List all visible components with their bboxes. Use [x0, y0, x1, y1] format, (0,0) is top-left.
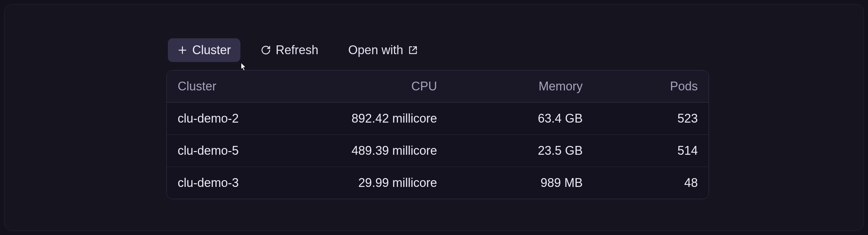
cell-memory: 63.4 GB [448, 103, 593, 135]
refresh-button[interactable]: Refresh [251, 38, 328, 62]
table-row[interactable]: clu-demo-5 489.39 millicore 23.5 GB 514 [167, 135, 709, 167]
cell-cpu: 489.39 millicore [302, 135, 448, 167]
plus-icon [177, 45, 188, 55]
cell-pods: 514 [593, 135, 709, 167]
cell-cluster: clu-demo-2 [167, 103, 302, 135]
table-header-row: Cluster CPU Memory Pods [167, 70, 709, 103]
cell-memory: 23.5 GB [448, 135, 593, 167]
header-cpu[interactable]: CPU [302, 70, 448, 103]
toolbar: Cluster Refresh Open with [166, 38, 709, 62]
cell-cluster: clu-demo-3 [167, 167, 302, 199]
header-memory[interactable]: Memory [448, 70, 593, 103]
cell-cluster: clu-demo-5 [167, 135, 302, 167]
open-with-button[interactable]: Open with [339, 38, 428, 62]
main-content: Cluster Refresh Open with [166, 38, 709, 199]
cell-pods: 48 [593, 167, 709, 199]
header-cluster[interactable]: Cluster [167, 70, 302, 103]
cluster-table-card: Cluster CPU Memory Pods clu-demo-2 892.4… [166, 70, 709, 199]
cluster-table: Cluster CPU Memory Pods clu-demo-2 892.4… [167, 70, 709, 199]
open-external-icon [408, 45, 418, 55]
header-pods[interactable]: Pods [593, 70, 709, 103]
cell-pods: 523 [593, 103, 709, 135]
refresh-label: Refresh [276, 43, 318, 57]
add-cluster-label: Cluster [192, 43, 231, 57]
refresh-icon [261, 45, 271, 55]
cell-cpu: 892.42 millicore [302, 103, 448, 135]
add-cluster-button[interactable]: Cluster [168, 38, 240, 62]
cell-cpu: 29.99 millicore [302, 167, 448, 199]
table-row[interactable]: clu-demo-3 29.99 millicore 989 MB 48 [167, 167, 709, 199]
open-with-label: Open with [348, 43, 403, 57]
svg-line-2 [413, 47, 416, 50]
app-frame: Cluster Refresh Open with [4, 4, 864, 231]
cell-memory: 989 MB [448, 167, 593, 199]
table-row[interactable]: clu-demo-2 892.42 millicore 63.4 GB 523 [167, 103, 709, 135]
